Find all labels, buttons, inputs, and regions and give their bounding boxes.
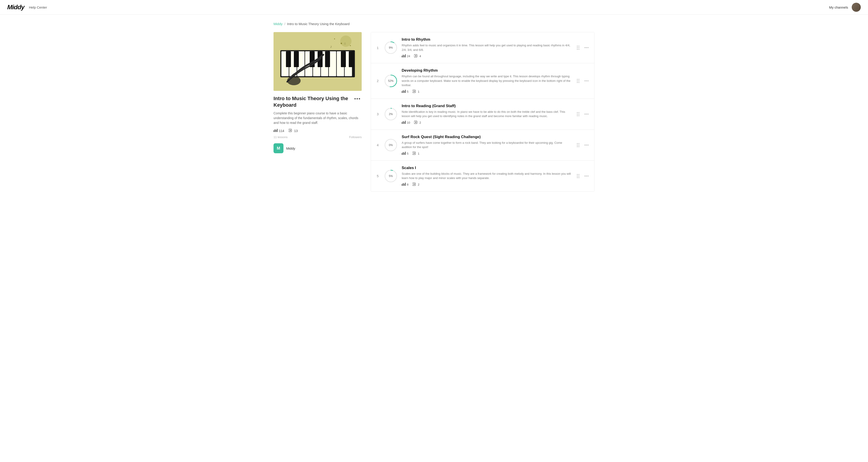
lesson-more-button[interactable]: ••• [583, 142, 590, 148]
lesson-videos-stat: 4 [414, 54, 421, 58]
lesson-more-button[interactable]: ••• [583, 111, 590, 117]
lesson-more-button[interactable]: ••• [583, 78, 590, 84]
lesson-title: Intro to Rhythm [402, 37, 572, 42]
lesson-videos-count: 2 [418, 183, 419, 186]
video-icon [289, 129, 293, 133]
lesson-row[interactable]: 4 0% Surf Rock Quest (Sight Reading Chal… [371, 130, 594, 161]
lesson-stats: 10 2 [402, 121, 572, 125]
progress-label: 0% [389, 144, 393, 147]
lesson-exercises-stat: 24 [402, 54, 410, 58]
drag-handle-button[interactable] [576, 45, 580, 51]
lesson-actions: ••• [576, 78, 590, 84]
svg-rect-19 [349, 51, 354, 67]
author-name: Middy [286, 147, 295, 150]
lesson-content: Developing Rhythm Rhythm can be found al… [402, 68, 572, 94]
course-meta: 11 lessons Followers [274, 135, 362, 139]
lesson-title: Surf Rock Quest (Sight Reading Challenge… [402, 135, 572, 139]
lesson-title: Intro to Reading (Grand Staff) [402, 104, 572, 108]
lesson-content: Intro to Reading (Grand Staff) Note iden… [402, 104, 572, 125]
lesson-exercises-count: 8 [407, 183, 408, 186]
lesson-description: A group of surfers have come together to… [402, 141, 572, 149]
lesson-stats: 24 4 [402, 54, 572, 58]
app-logo[interactable]: Middy [7, 4, 24, 11]
lesson-number: 5 [375, 174, 380, 178]
lesson-row[interactable]: 5 5% Scales I Scales are one of the buil… [371, 161, 594, 191]
lesson-stats: 5 1 [402, 90, 572, 94]
lesson-stats: 5 1 [402, 152, 572, 155]
progress-label: 52% [388, 79, 394, 83]
svg-marker-35 [414, 91, 415, 92]
exercises-count: 114 [279, 129, 284, 133]
course-more-button[interactable]: ••• [353, 95, 362, 102]
lesson-content: Intro to Rhythm Rhythm adds feel to musi… [402, 37, 572, 58]
lesson-more-button[interactable]: ••• [583, 45, 590, 51]
page-content: Middy / Intro to Music Theory Using the … [265, 15, 603, 199]
lesson-videos-count: 4 [419, 55, 421, 58]
lesson-videos-stat: 1 [412, 90, 419, 94]
lesson-actions: ••• [576, 111, 590, 117]
lesson-video-icon [414, 121, 418, 125]
drag-handle-button[interactable] [576, 111, 580, 117]
lesson-video-icon [414, 54, 418, 58]
lesson-exercises-stat: 8 [402, 183, 408, 186]
lesson-bars-icon [402, 121, 406, 125]
more-dots-icon: ••• [584, 79, 589, 83]
lessons-list: 1 9% Intro to Rhythm Rhythm adds feel to… [371, 32, 594, 192]
svg-marker-27 [290, 130, 291, 131]
lesson-description: Scales are one of the building blocks of… [402, 172, 572, 180]
breadcrumb-home[interactable]: Middy [274, 22, 283, 26]
drag-handle-button[interactable] [576, 173, 580, 179]
course-description: Complete this beginner piano course to h… [274, 111, 362, 125]
progress-circle: 2% [384, 107, 398, 121]
lesson-exercises-count: 5 [407, 152, 408, 155]
svg-marker-43 [414, 153, 415, 154]
author-row: M Middy [274, 143, 362, 153]
lesson-videos-count: 1 [418, 152, 419, 155]
lesson-row[interactable]: 2 52% Developing Rhythm Rhythm can be fo… [371, 63, 594, 99]
lesson-videos-stat: 2 [412, 183, 419, 186]
breadcrumb-current: Intro to Music Theory Using the Keyboard [287, 22, 350, 26]
author-avatar: M [274, 143, 283, 153]
lesson-bars-icon [402, 54, 406, 58]
drag-handle-button[interactable] [576, 78, 580, 84]
progress-circle: 9% [384, 41, 398, 55]
more-dots-icon: ••• [584, 45, 589, 50]
course-sidebar: ♪ ♫ Intro to Music Theory Using the Keyb… [274, 32, 362, 153]
main-layout: ♪ ♫ Intro to Music Theory Using the Keyb… [274, 32, 594, 192]
lesson-bars-icon [402, 152, 406, 155]
more-dots-icon: ••• [584, 174, 589, 178]
course-stats: 114 13 [274, 129, 362, 133]
lesson-number: 3 [375, 112, 380, 116]
lesson-videos-count: 1 [418, 90, 419, 93]
progress-label: 5% [389, 175, 393, 178]
lesson-row[interactable]: 1 9% Intro to Rhythm Rhythm adds feel to… [371, 32, 594, 63]
svg-point-21 [341, 43, 342, 44]
lesson-bars-icon [402, 90, 406, 94]
svg-rect-14 [294, 51, 299, 67]
progress-circle: 52% [384, 74, 398, 88]
lessons-count: 11 lessons [274, 135, 287, 139]
lesson-title: Developing Rhythm [402, 68, 572, 73]
breadcrumb-separator: / [284, 22, 285, 26]
lesson-more-button[interactable]: ••• [583, 173, 590, 179]
lesson-exercises-count: 5 [407, 90, 408, 93]
lesson-videos-stat: 2 [414, 121, 421, 125]
lesson-actions: ••• [576, 142, 590, 148]
lesson-exercises-count: 10 [407, 121, 410, 124]
app-header: Middy Help Center My channels [0, 0, 868, 15]
exercises-icon [274, 129, 278, 133]
my-channels-link[interactable]: My channels [829, 5, 848, 9]
author-initial: M [277, 146, 280, 151]
lesson-description: Rhythm can be found all throughout langu… [402, 74, 572, 88]
lesson-row[interactable]: 3 2% Intro to Reading (Grand Staff) Note… [371, 99, 594, 130]
followers-label: Followers [349, 135, 362, 139]
user-avatar[interactable] [852, 3, 861, 12]
svg-point-22 [334, 38, 335, 39]
course-title-row: Intro to Music Theory Using the Keyboard… [274, 95, 362, 108]
lesson-exercises-count: 24 [407, 55, 410, 58]
lesson-title: Scales I [402, 166, 572, 170]
lesson-video-icon [412, 90, 416, 94]
help-center-label: Help Center [29, 5, 47, 9]
drag-handle-button[interactable] [576, 142, 580, 148]
course-thumbnail: ♪ ♫ [274, 32, 362, 91]
